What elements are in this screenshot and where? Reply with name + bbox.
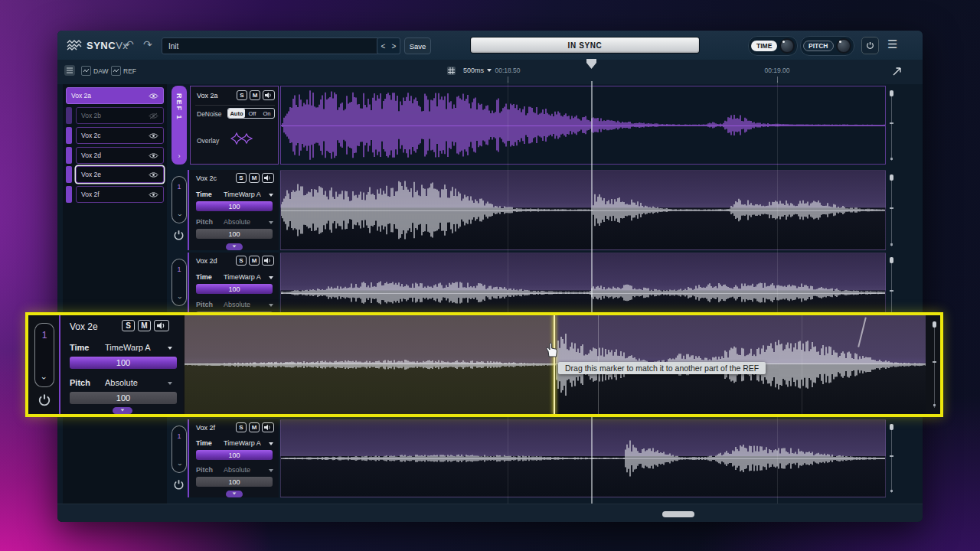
pitch-mode-dropdown[interactable]: Absolute [224, 218, 250, 226]
time-mode-dropdown[interactable]: TimeWarp A [224, 439, 261, 447]
track-name: Vox 2a [197, 92, 218, 99]
solo-button[interactable]: S [236, 422, 247, 432]
track-power-button[interactable] [173, 479, 185, 494]
timeline-label-1900: 00:19.00 [764, 67, 789, 74]
daw-wave-icon [81, 66, 91, 76]
pitch-toggle-button[interactable]: PITCH [803, 41, 834, 51]
track-name: Vox 2c [196, 174, 217, 182]
vertical-zoom-slider[interactable] [889, 90, 894, 161]
chevron-down-icon [487, 69, 492, 72]
collapse-header-tab[interactable] [226, 243, 243, 250]
vertical-zoom-slider[interactable] [889, 174, 894, 246]
mute-button[interactable]: M [138, 320, 151, 331]
menu-icon[interactable]: ☰ [887, 39, 897, 50]
pitch-amount-slider[interactable]: 100 [196, 229, 273, 239]
time-knob[interactable] [779, 38, 795, 54]
track-header-vox2e: Vox 2e S M Time TimeWarp A 100 Pitch Abs… [62, 315, 183, 414]
denoise-off-button[interactable]: Off [245, 109, 260, 118]
redo-icon[interactable]: ↷ [143, 39, 152, 50]
daw-view-button[interactable]: DAW [81, 66, 109, 76]
chevron-down-icon: › [175, 464, 183, 466]
speaker-icon [264, 174, 272, 181]
denoise-on-button[interactable]: On [260, 109, 274, 118]
monitor-button[interactable] [262, 422, 274, 432]
denoise-auto-button[interactable]: Auto [228, 109, 245, 118]
vertical-zoom-slider[interactable] [932, 321, 937, 408]
pitch-knob[interactable] [836, 38, 851, 54]
pitch-amount-slider[interactable]: 100 [70, 392, 177, 404]
speaker-icon [157, 321, 166, 330]
top-toolbar: SYNCVx ↶ ↷ Init < > Save IN SYNC TIME PI… [57, 31, 923, 60]
undo-icon[interactable]: ↶ [125, 39, 134, 50]
pitch-mode-dropdown[interactable]: Absolute [224, 301, 250, 308]
preset-value: Init [168, 42, 178, 51]
time-mode-dropdown[interactable]: TimeWarp A [224, 191, 261, 198]
hscroll-thumb[interactable] [662, 511, 694, 517]
grid-resolution-dropdown[interactable]: 500ms [463, 67, 492, 74]
denoise-label: DeNoise [197, 110, 222, 118]
ref-group-tab[interactable]: REF 1 › [172, 86, 187, 165]
monitor-button[interactable] [263, 90, 275, 100]
waves-logo-icon [67, 40, 82, 51]
group-selector[interactable]: 1 › [172, 176, 187, 223]
power-icon [866, 41, 874, 50]
monitor-button[interactable] [262, 173, 274, 183]
waveform-vox2c[interactable] [280, 170, 886, 250]
monitor-button[interactable] [262, 256, 274, 266]
horizontal-scrollbar [57, 504, 923, 522]
timeline-gridline [777, 81, 778, 504]
cursor-arrow-icon[interactable] [892, 66, 903, 77]
plugin-power-button[interactable] [861, 37, 879, 54]
time-amount-slider[interactable]: 100 [196, 201, 273, 211]
time-amount-slider[interactable]: 100 [70, 357, 177, 369]
waveform-vox2e[interactable]: Drag this marker to match it to another … [185, 315, 926, 414]
grid-icon[interactable] [446, 65, 456, 79]
waveform-vox2f[interactable] [280, 419, 886, 497]
group-selector[interactable]: 1 › [172, 259, 187, 306]
time-amount-slider[interactable]: 100 [196, 450, 273, 460]
track-power-button[interactable] [173, 230, 185, 244]
chevron-down-icon: › [175, 297, 183, 299]
group-selector[interactable]: 1 › [172, 425, 187, 473]
chevron-down-icon [269, 304, 273, 307]
pitch-mode-dropdown[interactable]: Absolute [224, 466, 250, 474]
mute-button[interactable]: M [249, 256, 260, 266]
mute-button[interactable]: M [249, 173, 260, 183]
ref-wave-icon [111, 66, 121, 76]
track-header-vox2a: Vox 2a S M DeNoise Auto Off On Overlay [190, 86, 279, 165]
track-list-icon[interactable] [64, 65, 75, 76]
time-toggle-button[interactable]: TIME [751, 41, 777, 51]
next-preset-button[interactable]: > [388, 37, 400, 54]
solo-button[interactable]: S [122, 320, 135, 331]
warp-marker[interactable] [554, 315, 555, 414]
overlay-waveform-icon[interactable] [230, 132, 255, 145]
mute-button[interactable]: M [249, 422, 260, 432]
chevron-down-icon [269, 276, 273, 279]
time-amount-slider[interactable]: 100 [196, 284, 273, 294]
pitch-amount-slider[interactable]: 100 [196, 477, 273, 487]
time-control-group: TIME [748, 36, 798, 56]
chevron-down-icon [269, 221, 273, 224]
waveform-vox2a[interactable] [280, 86, 886, 165]
solo-button[interactable]: S [236, 256, 247, 266]
solo-button[interactable]: S [237, 90, 247, 100]
monitor-button[interactable] [154, 320, 169, 331]
chevron-down-icon [168, 382, 172, 385]
solo-button[interactable]: S [236, 173, 247, 183]
time-mode-dropdown[interactable]: TimeWarp A [105, 343, 151, 352]
playhead-line[interactable] [591, 81, 593, 504]
track-power-button[interactable] [38, 393, 51, 410]
vertical-zoom-slider[interactable] [889, 424, 894, 493]
chevron-down-icon: › [175, 214, 183, 217]
group-selector[interactable]: 1 › [34, 323, 54, 387]
ref-group-label: REF 1 [175, 93, 183, 121]
preset-field[interactable]: Init [162, 37, 381, 54]
pitch-mode-dropdown[interactable]: Absolute [105, 378, 138, 387]
collapse-header-tab[interactable] [226, 491, 243, 497]
time-mode-dropdown[interactable]: TimeWarp A [224, 273, 261, 281]
time-label: Time [196, 273, 212, 281]
ref-view-button[interactable]: REF [111, 66, 136, 76]
save-button[interactable]: Save [404, 37, 431, 54]
mute-button[interactable]: M [250, 90, 260, 100]
collapse-header-tab[interactable] [113, 407, 132, 414]
